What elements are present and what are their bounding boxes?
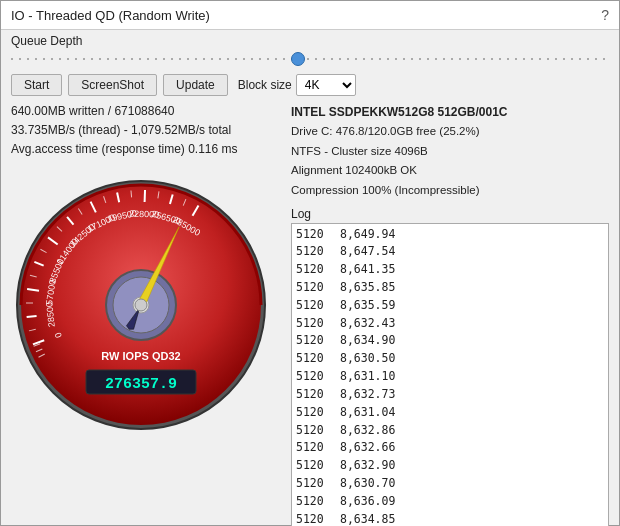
- device-alignment: Alignment 102400kB OK: [291, 161, 609, 181]
- log-row: 51208,632.66: [296, 439, 604, 457]
- device-compression: Compression 100% (Incompressible): [291, 181, 609, 201]
- svg-line-24: [131, 190, 132, 197]
- stat-throughput: 33.735MB/s (thread) - 1,079.52MB/s total: [11, 121, 281, 140]
- log-row: 51208,631.04: [296, 404, 604, 422]
- queue-depth-slider[interactable]: [11, 50, 609, 68]
- device-fs: NTFS - Cluster size 4096B: [291, 142, 609, 162]
- stats-area: 640.00MB written / 671088640 33.735MB/s …: [11, 102, 281, 160]
- log-row: 51208,641.35: [296, 261, 604, 279]
- log-row: 51208,635.85: [296, 279, 604, 297]
- log-row: 51208,635.59: [296, 297, 604, 315]
- log-row: 51208,630.50: [296, 350, 604, 368]
- log-row: 51208,636.09: [296, 493, 604, 511]
- log-row: 51208,632.90: [296, 457, 604, 475]
- update-button[interactable]: Update: [163, 74, 228, 96]
- start-button[interactable]: Start: [11, 74, 62, 96]
- log-row: 51208,632.73: [296, 386, 604, 404]
- gauge-svg: 0 28500 57000 85500 114000 142500 171000: [11, 170, 271, 430]
- stat-avg-access: Avg.access time (response time) 0.116 ms: [11, 140, 281, 159]
- log-row: 51208,634.90: [296, 332, 604, 350]
- block-size-label: Block size: [238, 78, 292, 92]
- window-title: IO - Threaded QD (Random Write): [11, 8, 210, 23]
- gauge-label: RW IOPS QD32: [101, 350, 180, 362]
- device-drive: Drive C: 476.8/120.0GB free (25.2%): [291, 122, 609, 142]
- device-info: INTEL SSDPEKKW512G8 512GB/001C Drive C: …: [291, 102, 609, 201]
- block-size-select[interactable]: 4K 8K 16K 32K 64K 128K: [296, 74, 356, 96]
- gauge-readout: 276357.9: [105, 376, 177, 393]
- log-row: 51208,632.86: [296, 422, 604, 440]
- toolbar: Start ScreenShot Update Block size 4K 8K…: [1, 70, 619, 102]
- right-panel: INTEL SSDPEKKW512G8 512GB/001C Drive C: …: [291, 102, 609, 526]
- main-window: IO - Threaded QD (Random Write) ? Queue …: [0, 0, 620, 526]
- help-button[interactable]: ?: [601, 7, 609, 23]
- screenshot-button[interactable]: ScreenShot: [68, 74, 157, 96]
- left-panel: 640.00MB written / 671088640 33.735MB/s …: [11, 102, 281, 526]
- queue-depth-section: Queue Depth: [1, 30, 619, 70]
- slider-track-dots: [11, 58, 609, 60]
- log-label: Log: [291, 207, 609, 221]
- log-box[interactable]: 51208,649.9451208,647.5451208,641.355120…: [291, 223, 609, 526]
- queue-depth-label: Queue Depth: [11, 34, 609, 48]
- log-row: 51208,632.43: [296, 315, 604, 333]
- slider-thumb[interactable]: [291, 52, 305, 66]
- device-name: INTEL SSDPEKKW512G8 512GB/001C: [291, 102, 609, 122]
- log-row: 51208,634.85: [296, 511, 604, 526]
- svg-line-4: [27, 316, 37, 317]
- gauge-container: 0 28500 57000 85500 114000 142500 171000: [11, 170, 271, 430]
- stat-written: 640.00MB written / 671088640: [11, 102, 281, 121]
- log-row: 51208,649.94: [296, 226, 604, 244]
- block-size-group: Block size 4K 8K 16K 32K 64K 128K: [238, 74, 356, 96]
- title-bar: IO - Threaded QD (Random Write) ?: [1, 1, 619, 30]
- log-row: 51208,630.70: [296, 475, 604, 493]
- log-row: 51208,647.54: [296, 243, 604, 261]
- log-row: 51208,631.10: [296, 368, 604, 386]
- svg-point-43: [135, 299, 147, 311]
- main-content: 640.00MB written / 671088640 33.735MB/s …: [1, 102, 619, 526]
